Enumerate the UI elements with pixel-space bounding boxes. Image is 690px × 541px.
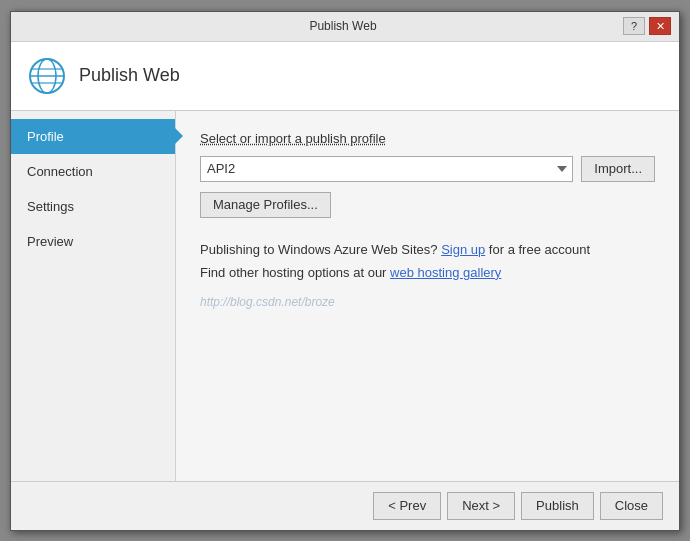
window-body: Profile Connection Settings Preview Sele… <box>11 111 679 481</box>
hosting-info-prefix: Find other hosting options at our <box>200 265 390 280</box>
main-content: Select or import a publish profile API2 … <box>176 111 679 481</box>
publish-button[interactable]: Publish <box>521 492 594 520</box>
sidebar-item-profile[interactable]: Profile <box>11 119 175 154</box>
prev-button[interactable]: < Prev <box>373 492 441 520</box>
import-button[interactable]: Import... <box>581 156 655 182</box>
sign-up-link[interactable]: Sign up <box>441 242 485 257</box>
help-button[interactable]: ? <box>623 17 645 35</box>
next-button[interactable]: Next > <box>447 492 515 520</box>
profile-row: API2 Import... <box>200 156 655 182</box>
title-bar-title: Publish Web <box>63 19 623 33</box>
sidebar-item-settings[interactable]: Settings <box>11 189 175 224</box>
profile-dropdown[interactable]: API2 <box>200 156 573 182</box>
window-header: Publish Web <box>11 42 679 111</box>
section-label: Select or import a publish profile <box>200 131 655 146</box>
globe-icon <box>27 56 67 96</box>
info-section: Publishing to Windows Azure Web Sites? S… <box>200 238 655 314</box>
window-close-button[interactable]: ✕ <box>649 17 671 35</box>
manage-profiles-row: Manage Profiles... <box>200 192 655 218</box>
title-bar-controls: ? ✕ <box>623 17 671 35</box>
azure-info-line: Publishing to Windows Azure Web Sites? S… <box>200 238 655 261</box>
sidebar: Profile Connection Settings Preview <box>11 111 176 481</box>
header-title: Publish Web <box>79 65 180 86</box>
azure-info-prefix: Publishing to Windows Azure Web Sites? <box>200 242 438 257</box>
sidebar-item-preview[interactable]: Preview <box>11 224 175 259</box>
publish-web-window: Publish Web ? ✕ Publish Web Profile Conn… <box>10 11 680 531</box>
web-hosting-gallery-link[interactable]: web hosting gallery <box>390 265 501 280</box>
title-bar: Publish Web ? ✕ <box>11 12 679 42</box>
footer: < Prev Next > Publish Close <box>11 481 679 530</box>
watermark: http://blog.csdn.net/broze <box>200 292 655 314</box>
hosting-info-line: Find other hosting options at our web ho… <box>200 261 655 284</box>
sidebar-item-connection[interactable]: Connection <box>11 154 175 189</box>
close-button[interactable]: Close <box>600 492 663 520</box>
manage-profiles-button[interactable]: Manage Profiles... <box>200 192 331 218</box>
azure-info-suffix: for a free account <box>489 242 590 257</box>
